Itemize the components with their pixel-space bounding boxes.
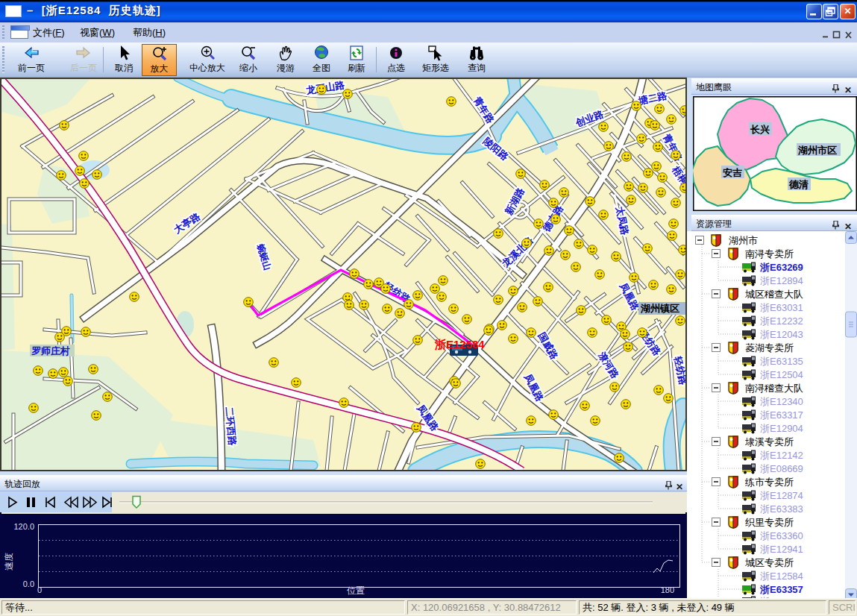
svg-text:浙E12504: 浙E12504 [760, 369, 803, 380]
svg-text:速度: 速度 [4, 553, 14, 571]
svg-text:浙E63360: 浙E63360 [760, 530, 803, 541]
svg-text:罗师庄村: 罗师庄村 [31, 345, 70, 356]
svg-text:浙E08669: 浙E08669 [760, 463, 803, 474]
svg-text:城区专卖所: 城区专卖所 [745, 557, 794, 568]
svg-text:湖州市区: 湖州市区 [797, 145, 837, 156]
svg-text:浙E63135: 浙E63135 [760, 356, 803, 367]
svg-text:浙E63269: 浙E63269 [759, 262, 803, 273]
svg-text:0.0: 0.0 [23, 579, 34, 588]
svg-text:浙E12584: 浙E12584 [760, 571, 803, 582]
svg-text:埭溪专卖所: 埭溪专卖所 [744, 436, 794, 447]
svg-text:浙E12894: 浙E12894 [760, 275, 803, 286]
svg-text:城区稽查大队: 城区稽查大队 [745, 289, 803, 300]
svg-text:浙E12941: 浙E12941 [760, 544, 803, 555]
svg-text:湖州镇区: 湖州镇区 [640, 303, 679, 314]
svg-text:位置: 位置 [347, 585, 365, 596]
svg-text:南浔专卖所: 南浔专卖所 [745, 248, 794, 260]
svg-text:长兴: 长兴 [750, 124, 770, 135]
svg-text:0: 0 [37, 585, 42, 594]
svg-text:南浔稽查大队: 南浔稽查大队 [745, 383, 803, 394]
svg-text:浙E63383: 浙E63383 [760, 503, 803, 515]
svg-text:浙E63317: 浙E63317 [760, 409, 803, 421]
svg-text:安吉: 安吉 [723, 167, 742, 178]
svg-text:120.0: 120.0 [13, 522, 34, 531]
svg-text:菱湖专卖所: 菱湖专卖所 [745, 342, 794, 353]
svg-text:浙E12874: 浙E12874 [760, 490, 803, 501]
svg-text:浙E63031: 浙E63031 [760, 302, 803, 313]
svg-text:浙E12584: 浙E12584 [434, 338, 485, 351]
svg-text:德清: 德清 [788, 179, 809, 190]
svg-text:180: 180 [661, 585, 674, 594]
svg-text:浙E12232: 浙E12232 [760, 315, 803, 327]
svg-text:浙E12043: 浙E12043 [760, 329, 803, 340]
svg-text:浙E63357: 浙E63357 [759, 584, 803, 595]
svg-text:练市专卖所: 练市专卖所 [744, 477, 794, 488]
svg-text:湖州市: 湖州市 [729, 235, 758, 246]
svg-text:浙E12142: 浙E12142 [760, 450, 803, 461]
svg-text:浙E12904: 浙E12904 [760, 423, 803, 434]
svg-text:织里专卖所: 织里专卖所 [745, 517, 794, 528]
svg-text:浙E12340: 浙E12340 [760, 396, 803, 407]
